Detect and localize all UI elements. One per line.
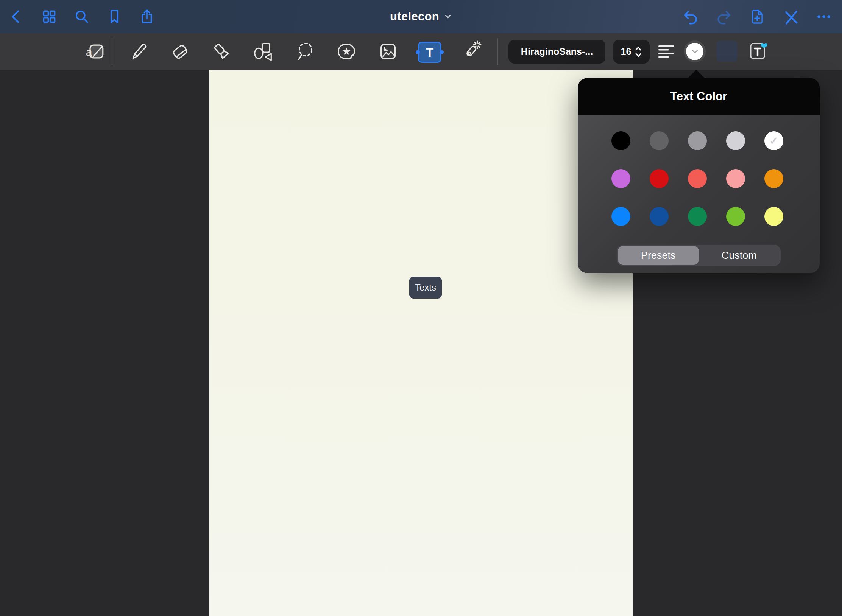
selection-handle-right	[440, 50, 444, 54]
bookmark-button[interactable]	[104, 7, 124, 26]
search-button[interactable]	[72, 7, 92, 26]
color-swatch-coral[interactable]	[688, 169, 707, 188]
redo-icon	[715, 8, 733, 26]
color-swatch-pink[interactable]	[726, 169, 745, 188]
svg-text:a: a	[86, 46, 92, 58]
back-icon	[8, 8, 25, 25]
popover-header: Text Color	[578, 78, 820, 115]
text-style-heart-icon	[747, 39, 769, 62]
tool-bar: a T	[0, 33, 842, 70]
text-tool-selected: T	[418, 42, 441, 63]
toolbar-divider	[112, 38, 112, 65]
color-swatch-white[interactable]	[764, 131, 783, 150]
back-button[interactable]	[7, 7, 27, 26]
color-swatch-red[interactable]	[650, 169, 669, 188]
tool-lasso[interactable]	[293, 39, 317, 64]
text-align-button[interactable]	[658, 44, 675, 59]
tool-eraser[interactable]	[168, 39, 192, 64]
pen-icon	[126, 40, 150, 63]
page-thumbnails-icon	[41, 8, 58, 25]
stickers-icon	[335, 40, 358, 63]
color-swatch-grid	[578, 115, 783, 226]
navbar-right-group	[681, 7, 842, 26]
color-swatch-orange[interactable]	[764, 169, 783, 188]
share-icon	[138, 8, 156, 25]
text-tool-icon: T	[426, 46, 434, 59]
favorite-text-style-button[interactable]	[747, 39, 769, 62]
tool-stickers[interactable]	[334, 39, 359, 64]
stepper-chevrons-icon	[635, 45, 642, 58]
navigation-bar: utelecon	[0, 0, 842, 33]
page-text-label-text: Texts	[415, 282, 436, 293]
textbox-style-button[interactable]	[716, 41, 738, 62]
color-chevron-down-icon	[692, 50, 698, 54]
tools-group: T	[126, 39, 483, 64]
tool-pen[interactable]	[126, 39, 150, 64]
presets-custom-segmented-control: Presets Custom	[617, 245, 781, 266]
toolbar-divider	[497, 38, 498, 65]
undo-icon	[681, 8, 700, 26]
more-button[interactable]	[814, 7, 834, 26]
tab-presets[interactable]: Presets	[618, 246, 699, 265]
read-mode-toggle[interactable]: a	[84, 39, 108, 64]
page-text-label: Texts	[409, 277, 442, 299]
selection-handle-left	[416, 50, 420, 54]
share-button[interactable]	[137, 7, 157, 26]
color-swatch-black[interactable]	[611, 131, 630, 150]
current-color-swatch	[686, 43, 703, 60]
text-color-popover: Text Color Presets Custom	[578, 78, 820, 273]
note-page[interactable]	[209, 70, 633, 616]
lasso-icon	[293, 40, 317, 63]
color-swatch-dark-gray[interactable]	[650, 131, 669, 150]
search-icon	[73, 8, 90, 25]
image-icon	[376, 40, 400, 63]
popover-body: Presets Custom	[578, 115, 820, 273]
add-page-button[interactable]	[747, 7, 767, 26]
redo-button[interactable]	[714, 7, 734, 26]
tool-highlighter[interactable]	[209, 39, 234, 64]
bookmark-icon	[106, 8, 123, 25]
font-family-button[interactable]: HiraginoSans-...	[508, 40, 605, 64]
document-title-button[interactable]: utelecon	[390, 0, 452, 33]
color-swatch-gray[interactable]	[688, 131, 707, 150]
read-mode-icon: a	[84, 40, 107, 63]
eraser-icon	[168, 40, 192, 63]
add-page-icon	[748, 8, 766, 26]
shapes-icon	[251, 40, 275, 63]
pencil-off-icon	[781, 8, 800, 26]
align-left-icon	[658, 45, 675, 59]
laser-pointer-icon	[460, 40, 483, 63]
tool-text[interactable]: T	[418, 39, 442, 64]
text-color-button[interactable]	[684, 40, 706, 62]
document-title: utelecon	[390, 10, 439, 23]
highlighter-icon	[210, 40, 233, 63]
tab-custom[interactable]: Custom	[699, 246, 780, 265]
font-size-value: 16	[621, 46, 632, 57]
navbar-left-group	[0, 7, 157, 26]
font-family-label: HiraginoSans-...	[521, 46, 593, 57]
color-swatch-dark-blue[interactable]	[650, 207, 669, 226]
pencil-off-button[interactable]	[781, 7, 800, 26]
tool-shapes[interactable]	[251, 39, 275, 64]
thumbnails-button[interactable]	[39, 7, 59, 26]
undo-button[interactable]	[681, 7, 700, 26]
tool-laser-pointer[interactable]	[459, 39, 483, 64]
popover-title: Text Color	[670, 90, 727, 103]
color-swatch-light-gray[interactable]	[726, 131, 745, 150]
color-swatch-yellow[interactable]	[764, 207, 783, 226]
color-swatch-blue[interactable]	[611, 207, 630, 226]
popover-arrow	[688, 70, 705, 78]
title-chevron-down-icon	[444, 12, 452, 21]
font-size-stepper[interactable]: 16	[613, 40, 650, 64]
color-swatch-green[interactable]	[688, 207, 707, 226]
more-icon	[815, 8, 833, 26]
color-swatch-purple[interactable]	[611, 169, 630, 188]
tool-image[interactable]	[376, 39, 400, 64]
color-swatch-light-green[interactable]	[726, 207, 745, 226]
